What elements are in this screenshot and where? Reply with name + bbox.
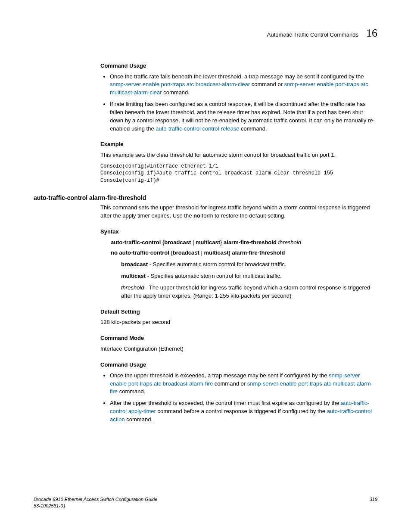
syntax-block: auto-traffic-control {broadcast | multic… — [111, 239, 377, 300]
list-item: After the upper threshold is exceeded, t… — [110, 399, 377, 424]
heading-command-usage-2: Command Usage — [100, 361, 377, 369]
text-fragment: After the upper threshold is exceeded, t… — [110, 400, 341, 406]
syntax-keyword: multicast — [196, 239, 220, 246]
syntax-keyword: alarm-fire-threshold — [224, 239, 277, 246]
syntax-punct: | — [191, 239, 196, 246]
example-description: This example sets the clear threshold fo… — [100, 151, 377, 159]
syntax-keyword: alarm-fire-threshold — [232, 249, 285, 256]
param-desc: - The upper threshold for ingress traffi… — [121, 284, 370, 299]
document-page: Automatic Traffic Control Commands 16 Co… — [0, 0, 411, 532]
text-fragment: Once the upper threshold is exceeded, a … — [110, 372, 329, 379]
param-desc: - Specifies automatic storm control for … — [148, 261, 286, 268]
text-fragment: form to restore the default setting. — [200, 212, 286, 219]
list-item: If rate limiting has been configured as … — [110, 100, 377, 133]
text-fragment: command. — [125, 416, 153, 423]
chapter-number: 16 — [366, 25, 377, 41]
syntax-keyword: auto-traffic-control — [111, 239, 161, 246]
page-footer: Brocade 6910 Ethernet Access Switch Conf… — [34, 496, 377, 509]
heading-command-usage: Command Usage — [100, 62, 377, 70]
header-title: Automatic Traffic Control Commands — [267, 31, 358, 39]
text-fragment: command. — [118, 388, 145, 395]
link-snmp-broadcast-clear[interactable]: snmp-server enable port-traps atc broadc… — [110, 81, 250, 87]
heading-syntax: Syntax — [100, 228, 377, 236]
command-mode-text: Interface Configuration (Ethernet) — [100, 345, 377, 353]
text-fragment: command before a control response is tri… — [156, 408, 327, 414]
syntax-punct: } — [229, 249, 232, 256]
syntax-keyword: broadcast — [164, 239, 191, 246]
list-item: Once the traffic rate falls beneath the … — [110, 73, 377, 97]
text-fragment: command. — [239, 125, 267, 132]
footer-left: Brocade 6910 Ethernet Access Switch Conf… — [34, 496, 158, 509]
text-fragment: Once the traffic rate falls beneath the … — [110, 73, 364, 80]
syntax-keyword: multicast — [204, 249, 228, 256]
page-header: Automatic Traffic Control Commands 16 — [34, 25, 377, 41]
list-item: Once the upper threshold is exceeded, a … — [110, 372, 377, 396]
parameter-item: multicast - Specifies automatic storm co… — [121, 272, 377, 280]
syntax-punct: | — [199, 249, 204, 256]
param-name: multicast — [121, 273, 146, 279]
text-fragment: command or — [250, 81, 284, 87]
syntax-param: threshold — [277, 239, 301, 246]
code-block: Console(config)#interface ethernet 1/1 C… — [100, 163, 377, 184]
syntax-keyword: broadcast — [173, 249, 199, 256]
heading-example: Example — [100, 140, 377, 149]
syntax-punct: { — [169, 249, 173, 256]
parameter-item: threshold - The upper threshold for ingr… — [121, 284, 377, 300]
syntax-keyword: no auto-traffic-control — [111, 249, 169, 256]
syntax-line: auto-traffic-control {broadcast | multic… — [111, 239, 377, 247]
footer-doc-id: 53-1002581-01 — [34, 503, 158, 509]
parameter-item: broadcast - Specifies automatic storm co… — [121, 261, 377, 269]
syntax-punct: } — [220, 239, 224, 246]
bullet-list: Once the traffic rate falls beneath the … — [100, 73, 377, 133]
content-block-1: Command Usage Once the traffic rate fall… — [100, 62, 377, 184]
text-fragment: command. — [162, 89, 190, 96]
default-setting-text: 128 kilo-packets per second — [100, 318, 377, 327]
link-control-release[interactable]: auto-traffic-control control-release — [156, 125, 239, 132]
syntax-line: no auto-traffic-control {broadcast | mul… — [111, 249, 377, 257]
param-name: threshold — [121, 284, 144, 291]
command-title: auto-traffic-control alarm-fire-threshol… — [34, 193, 377, 202]
param-name: broadcast — [121, 261, 148, 268]
param-desc: - Specifies automatic storm control for … — [146, 273, 281, 279]
text-fragment: command or — [213, 380, 247, 387]
content-block-2: This command sets the upper threshold fo… — [100, 204, 377, 424]
heading-command-mode: Command Mode — [100, 334, 377, 342]
footer-page-number: 319 — [370, 496, 377, 509]
parameter-block: broadcast - Specifies automatic storm co… — [121, 261, 377, 300]
bullet-list: Once the upper threshold is exceeded, a … — [100, 372, 377, 424]
keyword-no: no — [193, 212, 200, 219]
command-description: This command sets the upper threshold fo… — [100, 204, 377, 220]
heading-default-setting: Default Setting — [100, 308, 377, 316]
footer-doc-title: Brocade 6910 Ethernet Access Switch Conf… — [34, 496, 158, 502]
